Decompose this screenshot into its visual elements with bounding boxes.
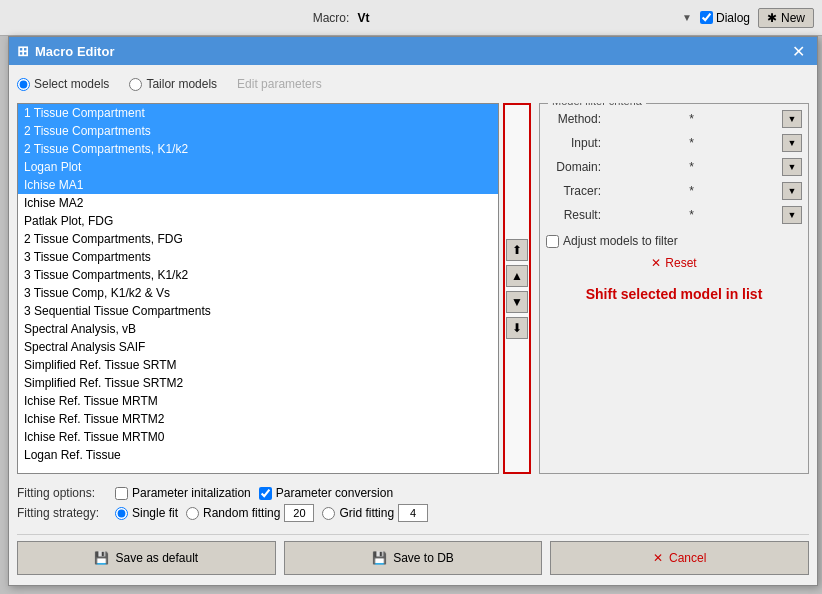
method-value: * bbox=[605, 112, 778, 126]
tailor-models-label: Tailor models bbox=[146, 77, 217, 91]
model-list-container[interactable]: 1 Tissue Compartment2 Tissue Compartment… bbox=[17, 103, 499, 474]
list-item[interactable]: Ichise MA1 bbox=[18, 176, 498, 194]
shift-label: Shift selected model in list bbox=[546, 286, 802, 302]
move-up-button[interactable]: ▲ bbox=[506, 265, 528, 287]
save-default-button[interactable]: 💾 Save as default bbox=[17, 541, 276, 575]
list-item[interactable]: Simplified Ref. Tissue SRTM2 bbox=[18, 374, 498, 392]
result-dropdown[interactable]: ▼ bbox=[782, 206, 802, 224]
list-item[interactable]: Ichise MA2 bbox=[18, 194, 498, 212]
fitting-strategy-row: Fitting strategy: Single fit Random fitt… bbox=[17, 504, 809, 522]
dialog-checkbox[interactable] bbox=[700, 11, 713, 24]
tracer-value: * bbox=[605, 184, 778, 198]
select-models-label: Select models bbox=[34, 77, 109, 91]
dialog-titlebar: ⊞ Macro Editor ✕ bbox=[9, 37, 817, 65]
save-default-icon: 💾 bbox=[94, 551, 109, 565]
random-fitting-input[interactable] bbox=[284, 504, 314, 522]
adjust-row: Adjust models to filter bbox=[546, 234, 802, 248]
result-value: * bbox=[605, 208, 778, 222]
random-fitting-group: Random fitting bbox=[186, 504, 314, 522]
list-item[interactable]: 3 Sequential Tissue Compartments bbox=[18, 302, 498, 320]
model-list: 1 Tissue Compartment2 Tissue Compartment… bbox=[18, 104, 498, 464]
list-item[interactable]: Spectral Analysis SAIF bbox=[18, 338, 498, 356]
new-icon: ✱ bbox=[767, 11, 777, 25]
new-label: New bbox=[781, 11, 805, 25]
macro-editor-dialog: ⊞ Macro Editor ✕ Select models Tailor mo… bbox=[8, 36, 818, 586]
input-dropdown[interactable]: ▼ bbox=[782, 134, 802, 152]
dialog-body: Select models Tailor models Edit paramet… bbox=[9, 65, 817, 585]
fitting-options: Fitting options: Parameter initalization… bbox=[17, 482, 809, 526]
tracer-label: Tracer: bbox=[546, 184, 601, 198]
move-bottom-button[interactable]: ⬇ bbox=[506, 317, 528, 339]
dialog-checkbox-group: Dialog bbox=[700, 11, 750, 25]
save-db-label: Save to DB bbox=[393, 551, 454, 565]
domain-value: * bbox=[605, 160, 778, 174]
reset-icon: ✕ bbox=[651, 256, 661, 270]
grid-fitting-label: Grid fitting bbox=[339, 506, 394, 520]
dialog-title: Macro Editor bbox=[35, 44, 782, 59]
cancel-button[interactable]: ✕ Cancel bbox=[550, 541, 809, 575]
random-fitting-radio[interactable] bbox=[186, 507, 199, 520]
filter-input-row: Input: * ▼ bbox=[546, 134, 802, 152]
dialog-title-icon: ⊞ bbox=[17, 43, 29, 59]
result-label: Result: bbox=[546, 208, 601, 222]
move-top-button[interactable]: ⬆ bbox=[506, 239, 528, 261]
list-item[interactable]: Spectral Analysis, vB bbox=[18, 320, 498, 338]
edit-parameters-radio-group: Edit parameters bbox=[237, 77, 322, 91]
move-down-button[interactable]: ▼ bbox=[506, 291, 528, 313]
param-conv-checkbox[interactable] bbox=[259, 487, 272, 500]
select-models-radio-group: Select models bbox=[17, 77, 109, 91]
select-models-radio[interactable] bbox=[17, 78, 30, 91]
adjust-label: Adjust models to filter bbox=[563, 234, 678, 248]
filter-panel: Model filter criteria Method: * ▼ Input:… bbox=[539, 103, 809, 474]
grid-fitting-input[interactable] bbox=[398, 504, 428, 522]
macro-label: Macro: bbox=[313, 11, 350, 25]
dialog-close-button[interactable]: ✕ bbox=[788, 42, 809, 61]
random-fitting-label: Random fitting bbox=[203, 506, 280, 520]
reset-button[interactable]: ✕ Reset bbox=[647, 254, 700, 272]
domain-dropdown[interactable]: ▼ bbox=[782, 158, 802, 176]
param-init-checkbox[interactable] bbox=[115, 487, 128, 500]
list-item[interactable]: Ichise Ref. Tissue MRTM0 bbox=[18, 428, 498, 446]
list-item[interactable]: Patlak Plot, FDG bbox=[18, 212, 498, 230]
param-init-group: Parameter initalization bbox=[115, 486, 251, 500]
save-default-label: Save as default bbox=[115, 551, 198, 565]
tailor-models-radio[interactable] bbox=[129, 78, 142, 91]
reset-label: Reset bbox=[665, 256, 696, 270]
single-fit-radio[interactable] bbox=[115, 507, 128, 520]
list-item[interactable]: 1 Tissue Compartment bbox=[18, 104, 498, 122]
param-conv-label: Parameter conversion bbox=[276, 486, 393, 500]
method-dropdown[interactable]: ▼ bbox=[782, 110, 802, 128]
single-fit-label: Single fit bbox=[132, 506, 178, 520]
filter-method-row: Method: * ▼ bbox=[546, 110, 802, 128]
cancel-icon: ✕ bbox=[653, 551, 663, 565]
list-item[interactable]: 2 Tissue Compartments, K1/k2 bbox=[18, 140, 498, 158]
list-section: 1 Tissue Compartment2 Tissue Compartment… bbox=[17, 103, 531, 474]
list-item[interactable]: 3 Tissue Comp, K1/k2 & Vs bbox=[18, 284, 498, 302]
list-item[interactable]: 2 Tissue Compartments bbox=[18, 122, 498, 140]
list-item[interactable]: Simplified Ref. Tissue SRTM bbox=[18, 356, 498, 374]
param-init-label: Parameter initalization bbox=[132, 486, 251, 500]
save-db-icon: 💾 bbox=[372, 551, 387, 565]
method-label: Method: bbox=[546, 112, 601, 126]
list-item[interactable]: Logan Ref. Tissue bbox=[18, 446, 498, 464]
grid-fitting-group: Grid fitting bbox=[322, 504, 428, 522]
list-item[interactable]: Ichise Ref. Tissue MRTM2 bbox=[18, 410, 498, 428]
adjust-checkbox[interactable] bbox=[546, 235, 559, 248]
save-db-button[interactable]: 💾 Save to DB bbox=[284, 541, 543, 575]
list-item[interactable]: 2 Tissue Compartments, FDG bbox=[18, 230, 498, 248]
list-item[interactable]: Logan Plot bbox=[18, 158, 498, 176]
new-button[interactable]: ✱ New bbox=[758, 8, 814, 28]
list-item[interactable]: 3 Tissue Compartments bbox=[18, 248, 498, 266]
cancel-label: Cancel bbox=[669, 551, 706, 565]
filter-result-row: Result: * ▼ bbox=[546, 206, 802, 224]
list-item[interactable]: 3 Tissue Compartments, K1/k2 bbox=[18, 266, 498, 284]
macro-dropdown-icon[interactable]: ▼ bbox=[682, 12, 692, 23]
list-item[interactable]: Ichise Ref. Tissue MRTM bbox=[18, 392, 498, 410]
input-label: Input: bbox=[546, 136, 601, 150]
tracer-dropdown[interactable]: ▼ bbox=[782, 182, 802, 200]
input-value: * bbox=[605, 136, 778, 150]
macro-value: Vt bbox=[357, 11, 369, 25]
filter-panel-title: Model filter criteria bbox=[548, 103, 646, 107]
single-fit-group: Single fit bbox=[115, 506, 178, 520]
grid-fitting-radio[interactable] bbox=[322, 507, 335, 520]
